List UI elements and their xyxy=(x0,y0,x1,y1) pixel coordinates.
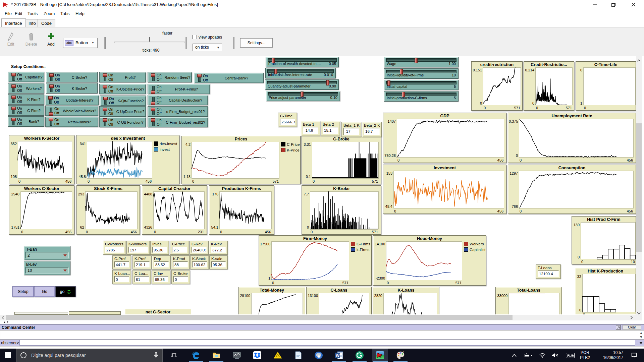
switch-handle[interactable] xyxy=(151,73,155,77)
tab-interface[interactable]: Interface xyxy=(1,18,26,27)
delete-button[interactable]: Delete xyxy=(23,32,39,47)
microphone-icon[interactable] xyxy=(154,352,158,359)
switch-random-seed[interactable]: OnOffRandom-Seed? xyxy=(148,72,192,82)
slider-track[interactable] xyxy=(386,93,457,96)
switch-c-firm[interactable]: OnOffC-Firm? xyxy=(8,105,44,116)
slider-track[interactable] xyxy=(386,58,457,62)
scroll-right-icon[interactable] xyxy=(630,316,633,320)
clock[interactable]: 10:5716/06/2017 xyxy=(594,350,623,360)
chooser-value[interactable]: 2 xyxy=(25,252,69,258)
slider-initial-production-c-firms[interactable]: 5Initial-production-C-firms xyxy=(384,91,459,102)
slider-price-adjust-parameter[interactable]: 0.10Price-adjust-parameter xyxy=(266,91,340,101)
slider-track[interactable] xyxy=(386,70,457,73)
switch-handle[interactable] xyxy=(103,85,107,88)
switch-profit[interactable]: OnOffProfit? xyxy=(99,72,146,82)
update-mode-dropdown[interactable]: on ticks▼ xyxy=(193,44,222,51)
switch-handle[interactable] xyxy=(103,118,107,122)
chooser-value[interactable]: 10 xyxy=(25,267,69,274)
taskbar-app-netlogo-icon[interactable] xyxy=(372,349,388,362)
switch-workers[interactable]: OnOffWorkers? xyxy=(8,83,44,94)
scroll-up-icon[interactable]: ▲ xyxy=(639,331,643,335)
switch-wholesales-banks[interactable]: OnOffWholeSales-Banks? xyxy=(45,106,98,116)
command-input[interactable] xyxy=(19,340,635,346)
switch-bank[interactable]: OnOffBank? xyxy=(8,116,44,127)
wifi-icon[interactable] xyxy=(537,349,547,362)
speed-slider-track[interactable] xyxy=(114,42,185,43)
language-indicator[interactable]: PORPTB2 xyxy=(578,350,592,360)
vertical-scrollbar-thumb[interactable] xyxy=(636,123,642,252)
switch-handle[interactable] xyxy=(151,108,155,111)
switch-handle[interactable] xyxy=(11,118,16,121)
taskbar-search-box[interactable]: Digite aqui para pesquisar xyxy=(16,349,163,362)
scroll-left-icon[interactable] xyxy=(2,316,4,320)
switch-handle[interactable] xyxy=(151,90,155,94)
widget-type-dropdown[interactable]: abc Button ▼ xyxy=(63,38,98,48)
switch-handle[interactable] xyxy=(48,96,53,100)
switch-capital-destruction[interactable]: OnOffCapital-Destruction? xyxy=(148,95,208,105)
button-go[interactable]: Go xyxy=(34,286,55,297)
switch-handle[interactable] xyxy=(11,84,16,88)
switch-prof-k-firms[interactable]: OnOffProf-K-Firms? xyxy=(148,84,210,94)
taskbar-app-edge-icon[interactable] xyxy=(188,349,204,362)
switch-k-broke[interactable]: OnOffK-Broke? xyxy=(46,83,98,94)
chooser-t-ban[interactable]: T-Ban2 xyxy=(24,246,70,260)
switch-handle[interactable] xyxy=(151,118,155,122)
menu-file[interactable]: File xyxy=(5,11,12,16)
switch-c-firmbudgetrest01[interactable]: OnOffc-Firm_Budget_rest01? xyxy=(148,106,208,117)
minimize-button[interactable] xyxy=(587,0,602,9)
splitter-arrows-icon[interactable]: ▲▼ xyxy=(3,321,9,323)
switch-handle[interactable] xyxy=(151,102,155,105)
command-center-output[interactable]: ▲ ▼ xyxy=(0,330,644,340)
slider-initial-capital[interactable]: 5Initial-capital xyxy=(384,80,459,90)
chooser-b-lev[interactable]: B-Lev10 xyxy=(24,261,70,275)
add-button[interactable]: Add xyxy=(45,32,57,47)
switch-handle[interactable] xyxy=(49,118,53,121)
menu-edit[interactable]: Edit xyxy=(15,11,22,16)
speed-slider-thumb[interactable] xyxy=(149,37,150,42)
edit-button[interactable]: Edit xyxy=(5,32,17,47)
switch-update-interest[interactable]: OnOffUpdate-Interest? xyxy=(45,95,99,105)
scroll-down-icon[interactable]: ▼ xyxy=(639,335,643,339)
clear-button[interactable]: Clear xyxy=(623,325,641,330)
taskbar-app-dropbox-icon[interactable] xyxy=(250,349,265,362)
slider-fraction-of-wealth-devoted-to-[interactable]: 0.05Fraction-of-wealth-devoted-to-... xyxy=(266,57,339,67)
switch-handle[interactable] xyxy=(49,84,54,88)
battery-icon[interactable] xyxy=(523,349,534,362)
button-go[interactable]: go xyxy=(55,286,76,297)
settings-button[interactable]: Settings... xyxy=(240,38,273,48)
taskbar-app-explorer-icon[interactable] xyxy=(209,349,224,362)
switch-c-firmbudgetrest02[interactable]: OnOffC-Firm_Budget_rest02? xyxy=(148,117,208,127)
switch-handle[interactable] xyxy=(49,112,53,116)
switch-c-qtt-function[interactable]: OnOffC-Qtt-Function? xyxy=(99,117,146,127)
notifications-icon[interactable] xyxy=(628,349,640,362)
switch-handle[interactable] xyxy=(49,73,54,77)
menu-zoom[interactable]: Zoom xyxy=(44,11,55,16)
switch-handle[interactable] xyxy=(103,108,107,111)
scroll-down-icon[interactable] xyxy=(637,311,641,315)
volume-muted-icon[interactable] xyxy=(549,349,561,362)
command-center-popout-icon[interactable] xyxy=(616,325,621,330)
slider-wage[interactable]: 1.00Wage xyxy=(384,57,459,67)
slider-track[interactable] xyxy=(268,58,337,62)
task-view-button[interactable] xyxy=(166,349,182,362)
switch-k-qtt-function[interactable]: OnOffK-Qtt-Function? xyxy=(100,96,146,106)
command-history-dropdown-icon[interactable] xyxy=(639,342,643,344)
horizontal-scrollbar-thumb[interactable] xyxy=(6,315,513,320)
switch-c-update-price[interactable]: OnOffC-UpDate-Price? xyxy=(99,106,146,117)
switch-capitalist[interactable]: OnOffCapitalist? xyxy=(8,72,44,82)
switch-handle[interactable] xyxy=(103,97,108,100)
taskbar-app-notepad-icon[interactable] xyxy=(290,349,306,362)
close-button[interactable] xyxy=(626,0,641,9)
switch-retail-banks[interactable]: OnOffRetail-Banks? xyxy=(45,117,98,127)
switch-handle[interactable] xyxy=(197,74,202,77)
switch-handle[interactable] xyxy=(11,73,16,76)
switch-handle[interactable] xyxy=(103,73,107,77)
start-button[interactable] xyxy=(0,349,16,362)
switch-central-bank[interactable]: OnOffCentral-Bank? xyxy=(194,73,264,83)
switch-handle[interactable] xyxy=(11,96,16,99)
switch-handle[interactable] xyxy=(11,107,16,110)
tab-code[interactable]: Code xyxy=(38,19,55,27)
switch-k-update-price[interactable]: OnOffK-UpDate-Price? xyxy=(99,84,146,94)
view-updates-checkbox[interactable]: view updates xyxy=(193,35,222,40)
slider-initial-risk-free-interest-rate[interactable]: 0.010Initial-risk-free-interest-rate xyxy=(265,68,336,78)
